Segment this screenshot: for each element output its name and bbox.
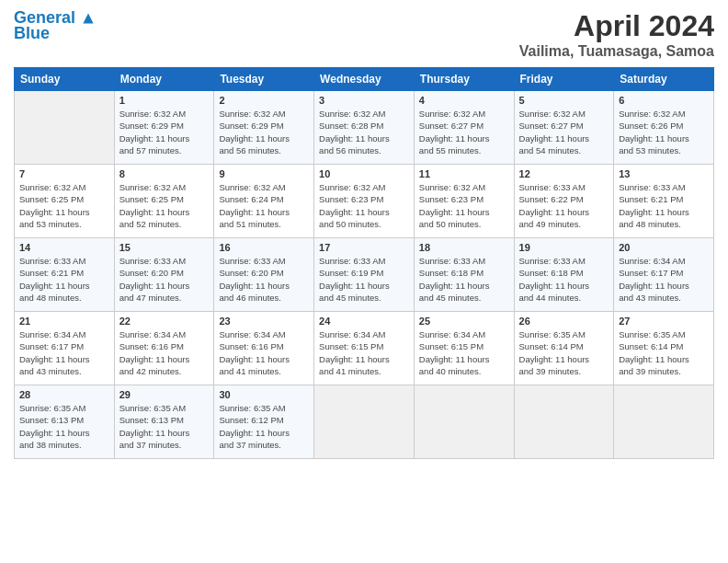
day-number: 4 — [419, 95, 509, 106]
day-info: Sunrise: 6:34 AM Sunset: 6:16 PM Dayligh… — [119, 328, 210, 377]
svg-marker-0 — [83, 14, 93, 24]
day-number: 14 — [19, 242, 109, 253]
day-info: Sunrise: 6:33 AM Sunset: 6:20 PM Dayligh… — [219, 255, 309, 304]
day-info: Sunrise: 6:35 AM Sunset: 6:13 PM Dayligh… — [19, 402, 109, 451]
calendar-cell — [15, 91, 115, 165]
calendar-cell: 30Sunrise: 6:35 AM Sunset: 6:12 PM Dayli… — [214, 385, 314, 459]
day-number: 12 — [519, 168, 609, 179]
calendar-cell: 28Sunrise: 6:35 AM Sunset: 6:13 PM Dayli… — [15, 385, 115, 459]
day-info: Sunrise: 6:33 AM Sunset: 6:22 PM Dayligh… — [519, 181, 609, 230]
header-sunday: Sunday — [15, 68, 115, 91]
calendar-cell: 25Sunrise: 6:34 AM Sunset: 6:15 PM Dayli… — [414, 312, 514, 385]
calendar-cell: 11Sunrise: 6:32 AM Sunset: 6:23 PM Dayli… — [414, 165, 514, 238]
day-number: 24 — [319, 316, 409, 327]
day-number: 9 — [219, 168, 309, 179]
calendar-cell: 15Sunrise: 6:33 AM Sunset: 6:20 PM Dayli… — [114, 238, 214, 312]
header-saturday: Saturday — [614, 68, 714, 91]
calendar-cell: 4Sunrise: 6:32 AM Sunset: 6:27 PM Daylig… — [414, 91, 514, 165]
calendar-cell: 5Sunrise: 6:32 AM Sunset: 6:27 PM Daylig… — [514, 91, 614, 165]
day-info: Sunrise: 6:35 AM Sunset: 6:14 PM Dayligh… — [619, 328, 709, 377]
day-info: Sunrise: 6:32 AM Sunset: 6:24 PM Dayligh… — [219, 181, 309, 230]
day-info: Sunrise: 6:34 AM Sunset: 6:15 PM Dayligh… — [419, 328, 509, 377]
day-number: 22 — [119, 316, 210, 327]
day-number: 11 — [419, 168, 509, 179]
calendar-week-4: 21Sunrise: 6:34 AM Sunset: 6:17 PM Dayli… — [15, 312, 714, 385]
days-header-row: Sunday Monday Tuesday Wednesday Thursday… — [15, 68, 714, 91]
calendar-cell: 29Sunrise: 6:35 AM Sunset: 6:13 PM Dayli… — [114, 385, 214, 459]
day-info: Sunrise: 6:32 AM Sunset: 6:28 PM Dayligh… — [319, 108, 409, 156]
day-info: Sunrise: 6:32 AM Sunset: 6:25 PM Dayligh… — [119, 181, 210, 230]
day-number: 21 — [19, 316, 109, 327]
day-info: Sunrise: 6:32 AM Sunset: 6:29 PM Dayligh… — [219, 108, 309, 156]
calendar-cell: 12Sunrise: 6:33 AM Sunset: 6:22 PM Dayli… — [514, 165, 614, 238]
day-info: Sunrise: 6:34 AM Sunset: 6:16 PM Dayligh… — [219, 328, 309, 377]
day-number: 5 — [519, 95, 609, 106]
header-wednesday: Wednesday — [314, 68, 415, 91]
calendar-cell — [414, 385, 514, 459]
day-number: 20 — [619, 242, 709, 253]
header-tuesday: Tuesday — [214, 68, 314, 91]
calendar-cell: 8Sunrise: 6:32 AM Sunset: 6:25 PM Daylig… — [114, 165, 214, 238]
calendar-cell — [614, 385, 714, 459]
day-info: Sunrise: 6:32 AM Sunset: 6:23 PM Dayligh… — [419, 181, 509, 230]
title-area: April 2024 Vailima, Tuamasaga, Samoa — [519, 9, 714, 60]
calendar-cell: 26Sunrise: 6:35 AM Sunset: 6:14 PM Dayli… — [514, 312, 614, 385]
calendar-cell: 20Sunrise: 6:34 AM Sunset: 6:17 PM Dayli… — [614, 238, 714, 312]
header-friday: Friday — [514, 68, 614, 91]
calendar-cell: 24Sunrise: 6:34 AM Sunset: 6:15 PM Dayli… — [314, 312, 415, 385]
calendar-cell: 16Sunrise: 6:33 AM Sunset: 6:20 PM Dayli… — [214, 238, 314, 312]
day-number: 10 — [319, 168, 409, 179]
header-monday: Monday — [114, 68, 214, 91]
header-thursday: Thursday — [414, 68, 514, 91]
day-number: 15 — [119, 242, 210, 253]
day-info: Sunrise: 6:32 AM Sunset: 6:27 PM Dayligh… — [419, 108, 509, 156]
day-info: Sunrise: 6:35 AM Sunset: 6:13 PM Dayligh… — [119, 402, 210, 451]
calendar-cell: 19Sunrise: 6:33 AM Sunset: 6:18 PM Dayli… — [514, 238, 614, 312]
calendar-week-2: 7Sunrise: 6:32 AM Sunset: 6:25 PM Daylig… — [15, 165, 714, 238]
calendar-cell: 23Sunrise: 6:34 AM Sunset: 6:16 PM Dayli… — [214, 312, 314, 385]
day-number: 18 — [419, 242, 509, 253]
day-number: 29 — [119, 389, 210, 400]
calendar-cell: 13Sunrise: 6:33 AM Sunset: 6:21 PM Dayli… — [614, 165, 714, 238]
day-info: Sunrise: 6:33 AM Sunset: 6:18 PM Dayligh… — [519, 255, 609, 304]
calendar-cell: 10Sunrise: 6:32 AM Sunset: 6:23 PM Dayli… — [314, 165, 415, 238]
day-info: Sunrise: 6:32 AM Sunset: 6:25 PM Dayligh… — [19, 181, 109, 230]
day-info: Sunrise: 6:33 AM Sunset: 6:20 PM Dayligh… — [119, 255, 210, 304]
day-number: 25 — [419, 316, 509, 327]
logo: General Blue — [14, 9, 95, 43]
day-info: Sunrise: 6:34 AM Sunset: 6:17 PM Dayligh… — [619, 255, 709, 304]
calendar-cell: 6Sunrise: 6:32 AM Sunset: 6:26 PM Daylig… — [614, 91, 714, 165]
day-info: Sunrise: 6:34 AM Sunset: 6:17 PM Dayligh… — [19, 328, 109, 377]
day-number: 16 — [219, 242, 309, 253]
calendar-cell: 1Sunrise: 6:32 AM Sunset: 6:29 PM Daylig… — [114, 91, 214, 165]
calendar-cell: 17Sunrise: 6:33 AM Sunset: 6:19 PM Dayli… — [314, 238, 415, 312]
day-info: Sunrise: 6:32 AM Sunset: 6:23 PM Dayligh… — [319, 181, 409, 230]
day-number: 1 — [119, 95, 210, 106]
day-number: 3 — [319, 95, 409, 106]
day-info: Sunrise: 6:33 AM Sunset: 6:18 PM Dayligh… — [419, 255, 509, 304]
day-number: 28 — [19, 389, 109, 400]
day-info: Sunrise: 6:32 AM Sunset: 6:27 PM Dayligh… — [519, 108, 609, 156]
day-info: Sunrise: 6:35 AM Sunset: 6:12 PM Dayligh… — [219, 402, 309, 451]
day-number: 7 — [19, 168, 109, 179]
header: General Blue April 2024 Vailima, Tuamasa… — [14, 9, 714, 60]
calendar-cell: 21Sunrise: 6:34 AM Sunset: 6:17 PM Dayli… — [15, 312, 115, 385]
calendar-week-3: 14Sunrise: 6:33 AM Sunset: 6:21 PM Dayli… — [15, 238, 714, 312]
day-number: 27 — [619, 316, 709, 327]
calendar-cell: 9Sunrise: 6:32 AM Sunset: 6:24 PM Daylig… — [214, 165, 314, 238]
calendar-cell: 18Sunrise: 6:33 AM Sunset: 6:18 PM Dayli… — [414, 238, 514, 312]
day-info: Sunrise: 6:33 AM Sunset: 6:21 PM Dayligh… — [19, 255, 109, 304]
day-number: 30 — [219, 389, 309, 400]
calendar-week-5: 28Sunrise: 6:35 AM Sunset: 6:13 PM Dayli… — [15, 385, 714, 459]
location-title: Vailima, Tuamasaga, Samoa — [519, 43, 714, 60]
day-number: 6 — [619, 95, 709, 106]
calendar-cell — [314, 385, 415, 459]
day-info: Sunrise: 6:32 AM Sunset: 6:29 PM Dayligh… — [119, 108, 210, 156]
day-number: 19 — [519, 242, 609, 253]
calendar-cell: 2Sunrise: 6:32 AM Sunset: 6:29 PM Daylig… — [214, 91, 314, 165]
day-number: 26 — [519, 316, 609, 327]
month-title: April 2024 — [519, 9, 714, 43]
day-info: Sunrise: 6:33 AM Sunset: 6:19 PM Dayligh… — [319, 255, 409, 304]
calendar-table: Sunday Monday Tuesday Wednesday Thursday… — [14, 67, 714, 459]
day-info: Sunrise: 6:33 AM Sunset: 6:21 PM Dayligh… — [619, 181, 709, 230]
